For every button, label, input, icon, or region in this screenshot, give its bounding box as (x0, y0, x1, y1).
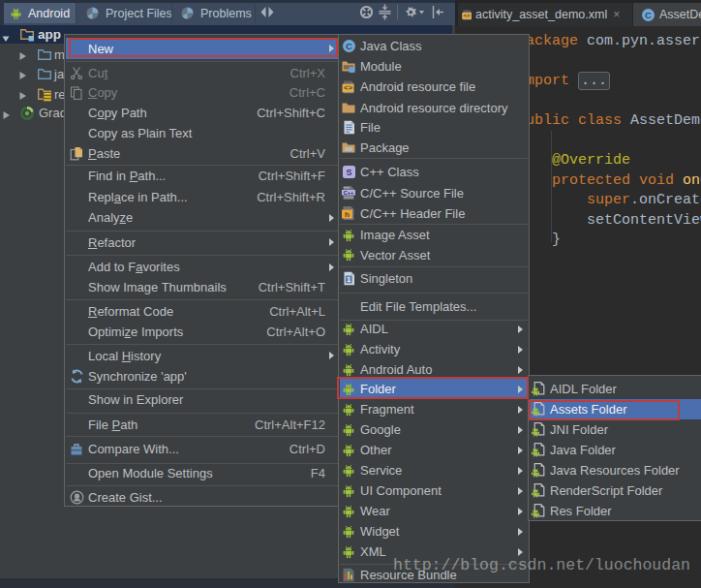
svg-text:1: 1 (347, 276, 350, 283)
svg-text:<>: <> (344, 84, 353, 92)
svg-text:S: S (346, 168, 351, 177)
svg-text:C++: C++ (344, 190, 353, 196)
svg-text:<>: <> (463, 12, 471, 18)
svg-text:C: C (346, 41, 352, 51)
svg-text:C: C (645, 10, 652, 20)
svg-text:h: h (345, 210, 350, 219)
